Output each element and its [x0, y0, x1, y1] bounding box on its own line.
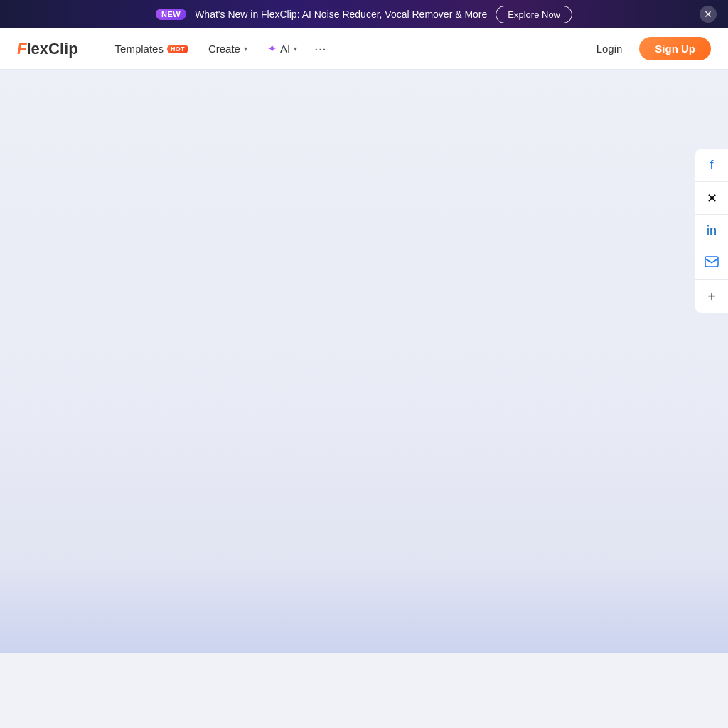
logo-text: FlexClip — [17, 40, 78, 58]
create-chevron-icon: ▾ — [244, 45, 247, 53]
email-icon — [705, 256, 719, 271]
more-menu-button[interactable]: ··· — [309, 36, 332, 61]
twitter-icon: ✕ — [707, 191, 717, 206]
announcement-banner: NEW What's New in FlexClip: AI Noise Red… — [0, 0, 728, 28]
new-badge: NEW — [156, 9, 186, 20]
facebook-icon: f — [710, 158, 713, 173]
hot-badge: HOT — [167, 45, 188, 53]
bottom-strip — [0, 567, 728, 653]
ai-label: AI — [280, 43, 290, 55]
svg-rect-0 — [705, 257, 718, 267]
ai-nav-item[interactable]: ✦ AI ▾ — [259, 38, 306, 60]
ai-star-icon: ✦ — [267, 42, 277, 55]
ai-chevron-icon: ▾ — [294, 45, 297, 53]
more-share-button[interactable]: + — [695, 280, 728, 313]
create-label: Create — [208, 43, 240, 55]
announcement-text: What's New in FlexClip: AI Noise Reducer… — [195, 9, 487, 20]
logo-rest: lexClip — [26, 40, 77, 58]
templates-nav-item[interactable]: Templates HOT — [107, 38, 197, 59]
email-share-button[interactable] — [695, 247, 728, 280]
logo-f: F — [17, 40, 26, 58]
signup-button[interactable]: Sign Up — [639, 37, 711, 60]
templates-label: Templates — [115, 43, 164, 55]
nav-items: Templates HOT Create ▾ ✦ AI ▾ ··· — [107, 36, 588, 61]
twitter-share-button[interactable]: ✕ — [695, 182, 728, 215]
nav-right: Login Sign Up — [588, 37, 711, 60]
social-sidebar: f ✕ in + — [695, 149, 728, 313]
create-nav-item[interactable]: Create ▾ — [200, 38, 256, 59]
navbar: FlexClip Templates HOT Create ▾ ✦ AI ▾ ·… — [0, 28, 728, 70]
logo[interactable]: FlexClip — [17, 40, 78, 58]
facebook-share-button[interactable]: f — [695, 149, 728, 182]
login-button[interactable]: Login — [588, 38, 631, 59]
close-banner-button[interactable]: × — [700, 6, 717, 23]
linkedin-share-button[interactable]: in — [695, 215, 728, 247]
explore-now-button[interactable]: Explore Now — [496, 6, 572, 23]
plus-icon: + — [707, 289, 716, 305]
linkedin-icon: in — [707, 223, 717, 238]
main-content — [0, 70, 728, 653]
